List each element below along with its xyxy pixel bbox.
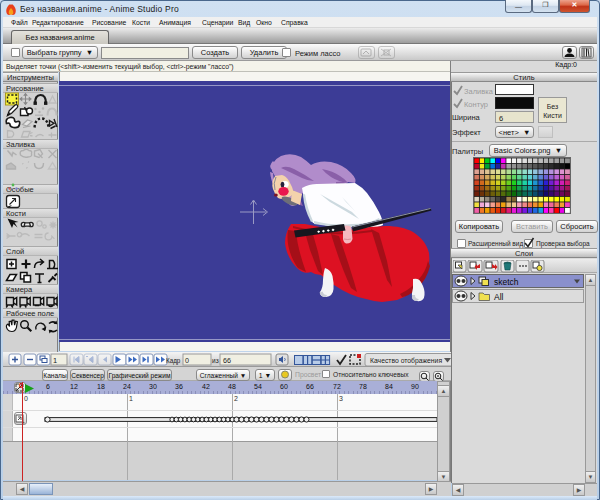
svg-text:Качество отображения: Качество отображения [370,357,442,365]
svg-text:из: из [212,357,219,364]
svg-text:All: All [494,292,504,302]
svg-text:0: 0 [185,356,189,365]
svg-text:1: 1 [53,356,57,365]
svg-text:sketch: sketch [494,277,519,287]
svg-text:Кадр: Кадр [166,357,181,365]
svg-text:66: 66 [223,356,231,365]
